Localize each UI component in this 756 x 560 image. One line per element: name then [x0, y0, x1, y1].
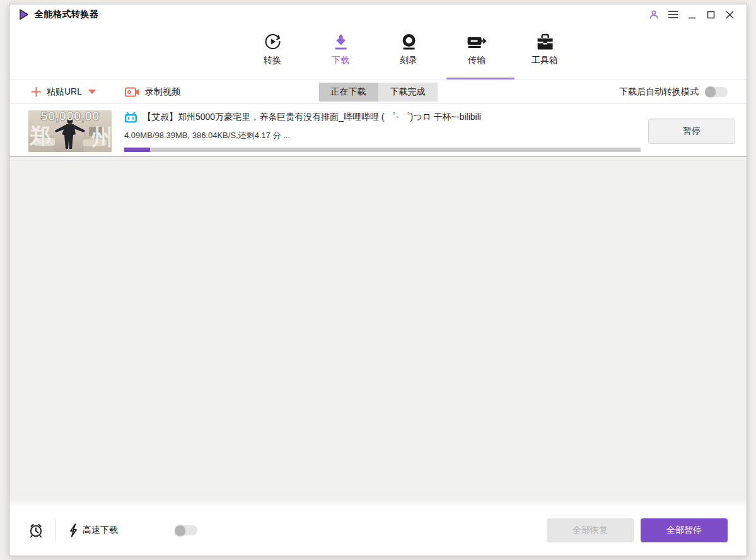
- tab-download[interactable]: 下载: [306, 30, 375, 66]
- download-item-title: 【艾叔】郑州5000万豪宅里，养条巨贵有没有排面_哔哩哔哩 ( ゜- ゜)つロ …: [142, 112, 481, 123]
- chevron-down-icon[interactable]: [88, 90, 96, 94]
- close-button[interactable]: [720, 7, 739, 22]
- auto-convert-label: 下载后自动转换模式: [619, 86, 699, 98]
- toggle-knob: [175, 525, 185, 536]
- footer-divider: [55, 519, 55, 542]
- download-list-item[interactable]: 50,000,00 郑 州 【艾叔】郑州5000万豪宅里，养条巨贵有没有排面_哔…: [9, 104, 747, 157]
- app-window: 全能格式转换器: [9, 4, 747, 556]
- lightning-icon: [69, 523, 78, 537]
- tab-transfer[interactable]: 传输: [443, 30, 511, 66]
- maximize-button[interactable]: [701, 7, 720, 22]
- menu-icon[interactable]: [663, 7, 682, 22]
- alarm-clock-icon[interactable]: [28, 523, 44, 539]
- active-tab-underline: [446, 78, 515, 79]
- download-icon: [332, 30, 349, 51]
- paste-url-label: 粘贴URL: [47, 86, 82, 98]
- high-speed-download-label: 高速下载: [83, 525, 118, 536]
- subtab-completed[interactable]: 下载完成: [378, 83, 438, 102]
- high-speed-toggle[interactable]: [175, 525, 197, 535]
- title-bar: 全能格式转换器: [9, 4, 747, 25]
- video-camera-icon: [125, 87, 140, 97]
- plus-icon: [31, 86, 42, 97]
- thumbnail-price-text: 50,000,00: [40, 110, 99, 123]
- download-progress-text: 4.09MB/98.39MB, 386.04KB/S,还剩4.17 分 ...: [124, 130, 641, 141]
- app-title: 全能格式转换器: [35, 9, 99, 20]
- footer-bar: 高速下载 全部恢复 全部暂停: [9, 505, 747, 556]
- transfer-icon: [467, 30, 487, 51]
- tab-burn[interactable]: 刻录: [375, 30, 443, 66]
- resume-all-button[interactable]: 全部恢复: [547, 518, 634, 542]
- toolbox-icon: [535, 30, 554, 51]
- convert-icon: [263, 30, 282, 51]
- burn-icon: [400, 30, 417, 51]
- tab-transfer-label: 传输: [468, 55, 486, 66]
- auto-convert-toggle[interactable]: [705, 87, 728, 97]
- auto-convert-setting: 下载后自动转换模式: [619, 86, 728, 98]
- tab-convert-label: 转换: [264, 55, 281, 66]
- tab-convert[interactable]: 转换: [238, 30, 306, 66]
- tab-burn-label: 刻录: [400, 55, 417, 66]
- progress-bar-track: [124, 148, 641, 152]
- paste-url-button[interactable]: 粘贴URL: [31, 86, 96, 98]
- minimize-button[interactable]: [682, 7, 701, 22]
- tab-toolbox-label: 工具箱: [532, 55, 558, 66]
- toggle-knob: [705, 86, 716, 97]
- download-subtabs: 正在下载 下载完成: [319, 83, 438, 102]
- app-logo-icon: [18, 9, 30, 20]
- download-item-info: 【艾叔】郑州5000万豪宅里，养条巨贵有没有排面_哔哩哔哩 ( ゜- ゜)つロ …: [124, 110, 641, 152]
- download-list-empty-area: [9, 157, 747, 505]
- pause-item-button[interactable]: 暂停: [648, 119, 735, 144]
- progress-bar-fill: [124, 148, 150, 152]
- account-icon[interactable]: [644, 7, 663, 22]
- subtab-downloading[interactable]: 正在下载: [319, 83, 378, 102]
- tab-toolbox[interactable]: 工具箱: [511, 30, 579, 66]
- tab-download-label: 下载: [332, 55, 349, 66]
- video-thumbnail: 50,000,00 郑 州: [28, 110, 112, 152]
- thumbnail-right-char: 州: [91, 124, 112, 149]
- thumbnail-left-char: 郑: [29, 123, 51, 148]
- main-navigation: 转换 下载 刻录: [9, 25, 747, 80]
- record-video-button[interactable]: 录制视频: [125, 86, 184, 98]
- pause-all-button[interactable]: 全部暂停: [641, 518, 728, 542]
- download-toolbar: 粘贴URL 录制视频 正在下载 下载完成 下载后自动转换模式: [9, 80, 747, 104]
- bilibili-icon: [124, 112, 137, 123]
- record-video-label: 录制视频: [145, 86, 180, 98]
- nav-tabs: 转换 下载 刻录: [238, 30, 579, 66]
